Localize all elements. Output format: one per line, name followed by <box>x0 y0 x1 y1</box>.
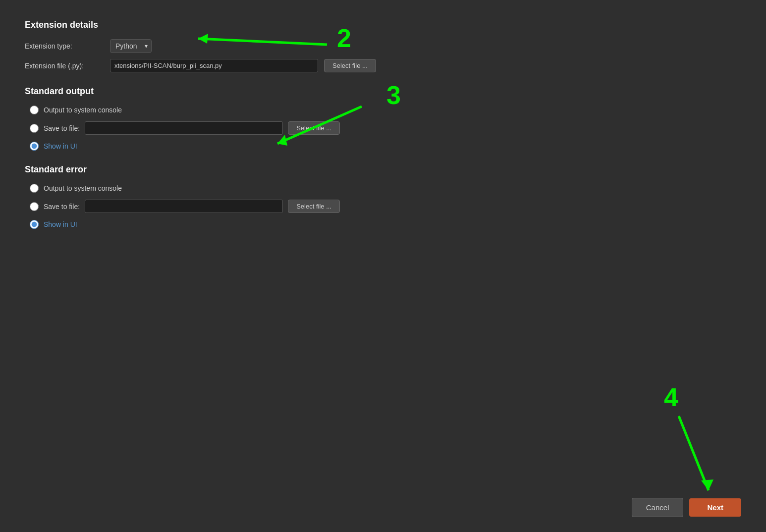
dialog-container: Extension details Extension type: Java P… <box>0 0 766 532</box>
annotation-4-arrow-head <box>701 479 713 490</box>
extension-type-select-wrapper: Java Python Ruby <box>110 39 152 53</box>
annotation-4-arrow-line <box>679 416 709 490</box>
stderr-file-row: Save to file: Select file ... <box>30 200 741 213</box>
next-button[interactable]: Next <box>689 498 741 517</box>
extension-file-input[interactable] <box>110 59 318 72</box>
stdout-file-radio[interactable] <box>30 124 39 133</box>
stdout-console-row: Output to system console <box>30 106 741 114</box>
stderr-file-input[interactable] <box>85 200 283 213</box>
stderr-file-label: Save to file: <box>44 203 80 211</box>
stderr-console-label: Output to system console <box>44 184 122 192</box>
extension-file-select-button[interactable]: Select file ... <box>324 59 376 72</box>
standard-output-title: Standard output <box>25 86 741 97</box>
standard-error-title: Standard error <box>25 164 741 175</box>
extension-file-row: Extension file (.py): Select file ... <box>25 59 741 72</box>
annotations-overlay: 2 3 4 <box>0 0 766 532</box>
extension-type-label: Extension type: <box>25 42 104 50</box>
stdout-file-row: Save to file: Select file ... <box>30 121 741 135</box>
stdout-ui-radio[interactable] <box>30 142 39 151</box>
standard-error-section: Standard error Output to system console … <box>25 164 741 229</box>
stdout-ui-row: Show in UI <box>30 142 741 151</box>
stderr-console-radio[interactable] <box>30 184 39 193</box>
stderr-ui-row: Show in UI <box>30 220 741 229</box>
stdout-ui-label: Show in UI <box>44 142 77 150</box>
extension-type-select[interactable]: Java Python Ruby <box>110 39 152 53</box>
extension-file-label: Extension file (.py): <box>25 62 104 70</box>
stdout-file-select-button[interactable]: Select file ... <box>288 121 340 135</box>
extension-details-title: Extension details <box>25 20 741 30</box>
stdout-file-input[interactable] <box>85 121 283 135</box>
stdout-file-label: Save to file: <box>44 124 80 132</box>
extension-type-row: Extension type: Java Python Ruby <box>25 39 741 53</box>
stderr-ui-label: Show in UI <box>44 220 77 228</box>
stderr-console-row: Output to system console <box>30 184 741 193</box>
standard-error-radio-group: Output to system console Save to file: S… <box>30 184 741 229</box>
stderr-file-select-button[interactable]: Select file ... <box>288 200 340 213</box>
stdout-console-label: Output to system console <box>44 106 122 114</box>
cancel-button[interactable]: Cancel <box>632 498 684 517</box>
stderr-ui-radio[interactable] <box>30 220 39 229</box>
stdout-console-radio[interactable] <box>30 106 39 114</box>
annotation-4-label: 4 <box>664 383 678 412</box>
bottom-bar: Cancel Next <box>632 498 741 517</box>
standard-output-radio-group: Output to system console Save to file: S… <box>30 106 741 151</box>
extension-details-section: Extension details Extension type: Java P… <box>25 20 741 72</box>
standard-output-section: Standard output Output to system console… <box>25 86 741 151</box>
stderr-file-radio[interactable] <box>30 202 39 211</box>
